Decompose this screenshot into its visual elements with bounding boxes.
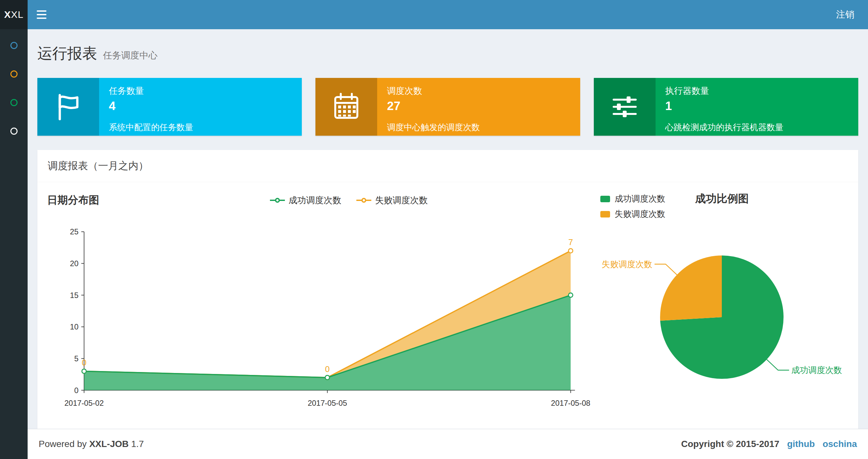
y-tick-label: 25: [70, 228, 78, 236]
success-marker: [568, 293, 573, 297]
info-box-description: 心跳检测成功的执行器机器数量: [665, 122, 848, 133]
y-tick-label: 15: [70, 291, 78, 300]
date-distribution-section: 日期分布图 成功调度次数 失败调度次数 05101520252017-05-02…: [47, 193, 598, 417]
x-tick-label: 2017-05-08: [551, 399, 590, 407]
pie-legend: 成功调度次数 失败调度次数: [600, 193, 665, 220]
logout-link[interactable]: 注销: [836, 8, 855, 21]
fail-point-label: 0: [82, 358, 86, 367]
info-boxes: 任务数量 4 系统中配置的任务数量: [37, 78, 858, 136]
x-tick-label: 2017-05-05: [308, 399, 347, 407]
pie-callout-line: [655, 264, 677, 275]
y-tick-label: 20: [70, 259, 78, 268]
sidebar-item-3[interactable]: [0, 88, 28, 117]
line-chart-title: 日期分布图: [47, 193, 99, 207]
info-box-description: 系统中配置的任务数量: [109, 122, 292, 133]
fail-point-label: 0: [325, 364, 330, 373]
sidebar-toggle-button[interactable]: [28, 0, 56, 29]
copyright-text: Copyright © 2015-2017: [681, 439, 779, 449]
line-chart-legend: 成功调度次数 失败调度次数: [99, 194, 598, 206]
logo[interactable]: XXL: [0, 0, 28, 29]
pie-legend-item[interactable]: 失败调度次数: [600, 208, 665, 220]
info-box-description: 调度中心触发的调度次数: [387, 122, 570, 133]
pie-legend-item[interactable]: 成功调度次数: [600, 193, 665, 204]
date-distribution-chart: 05101520252017-05-022017-05-052017-05-08…: [47, 213, 598, 417]
info-box-executors: 执行器数量 1 心跳检测成功的执行器机器数量: [594, 78, 858, 136]
flag-icon: [37, 78, 99, 136]
legend-label: 失败调度次数: [375, 194, 428, 206]
legend-label: 成功调度次数: [615, 193, 665, 204]
product-version: 1.7: [131, 439, 144, 449]
report-panel: 调度报表（一月之内） 日期分布图 成功调度次数 失败调度次数: [37, 150, 858, 429]
navbar: XXL 注销: [0, 0, 868, 29]
info-box-title: 执行器数量: [665, 85, 848, 97]
info-box-number: 27: [387, 99, 570, 113]
success-ratio-section: 成功调度次数 失败调度次数 成功比例图 成功调度次数失败调度次数: [598, 193, 848, 417]
success-ratio-pie: 成功调度次数失败调度次数: [598, 226, 848, 408]
product-name: XXL-JOB: [89, 439, 129, 449]
legend-line-icon: [356, 200, 371, 201]
info-box-number: 1: [665, 99, 848, 113]
legend-label: 失败调度次数: [615, 208, 665, 220]
main-content: 运行报表 任务调度中心 任务数量 4 系统中配置的任务数量: [28, 29, 868, 429]
fail-point-label: 7: [568, 238, 573, 247]
y-tick-label: 10: [70, 323, 78, 331]
pie-callout-label: 失败调度次数: [601, 259, 652, 269]
info-box-triggers: 调度次数 27 调度中心触发的调度次数: [315, 78, 580, 136]
logo-text-bold: X: [4, 9, 11, 20]
footer: Powered by XXL-JOB 1.7 Copyright © 2015-…: [28, 429, 868, 459]
circle-icon: [10, 70, 18, 77]
pie-callout-label: 成功调度次数: [791, 365, 842, 375]
sidebar-item-4[interactable]: [0, 117, 28, 145]
legend-line-icon: [270, 200, 285, 201]
success-marker: [325, 375, 330, 380]
info-box-number: 4: [109, 99, 292, 113]
line-legend-item[interactable]: 失败调度次数: [356, 194, 428, 206]
x-tick-label: 2017-05-02: [64, 399, 104, 407]
pie-callout-line: [767, 359, 789, 370]
logo-text-light: XL: [11, 9, 24, 20]
powered-by: Powered by XXL-JOB 1.7: [39, 439, 144, 449]
hamburger-icon: [37, 10, 46, 12]
pie-chart-title: 成功比例图: [695, 193, 749, 204]
content-header: 运行报表 任务调度中心: [37, 38, 858, 64]
sidebar: [0, 29, 28, 459]
success-marker: [82, 369, 86, 373]
y-tick-label: 0: [74, 386, 79, 395]
panel-title: 调度报表（一月之内）: [37, 150, 858, 182]
legend-swatch-icon: [600, 211, 610, 218]
info-box-title: 调度次数: [387, 85, 570, 97]
circle-icon: [10, 42, 18, 49]
sliders-icon: [594, 78, 655, 136]
page-title: 运行报表: [37, 43, 97, 64]
sidebar-item-1[interactable]: [0, 31, 28, 60]
oschina-link[interactable]: oschina: [823, 439, 857, 449]
copyright-area: Copyright © 2015-2017 github oschina: [681, 439, 857, 449]
github-link[interactable]: github: [787, 439, 815, 449]
calendar-icon: [315, 78, 377, 136]
legend-swatch-icon: [600, 196, 610, 202]
circle-icon: [10, 99, 18, 106]
fail-marker: [568, 249, 573, 253]
circle-icon: [10, 128, 18, 135]
y-tick-label: 5: [74, 355, 79, 363]
info-box-jobs: 任务数量 4 系统中配置的任务数量: [37, 78, 302, 136]
legend-label: 成功调度次数: [289, 194, 341, 206]
info-box-title: 任务数量: [109, 85, 292, 97]
line-legend-item[interactable]: 成功调度次数: [270, 194, 341, 206]
pie-slice: [660, 256, 722, 321]
navbar-main: 注销: [28, 0, 868, 29]
page-subtitle: 任务调度中心: [103, 50, 158, 62]
sidebar-item-2[interactable]: [0, 60, 28, 88]
